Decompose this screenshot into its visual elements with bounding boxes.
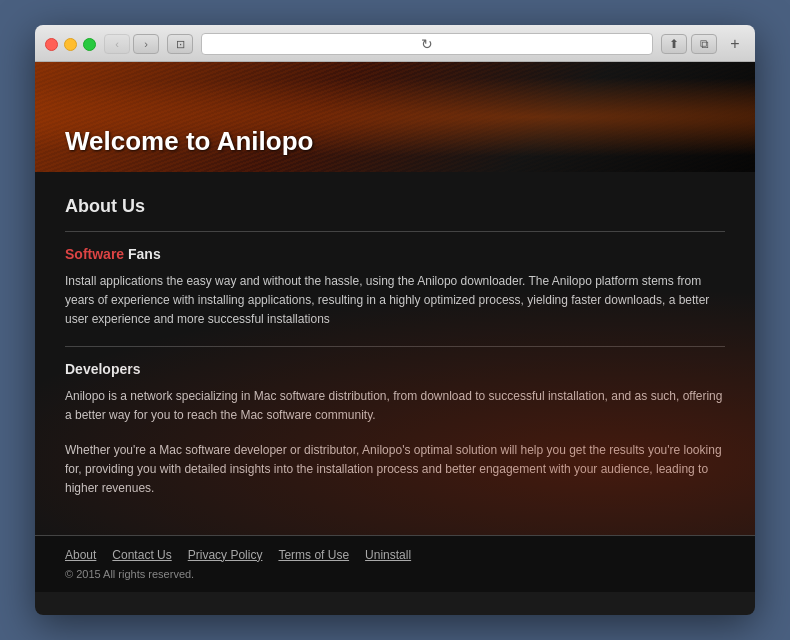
footer-link-uninstall[interactable]: Uninstall [365, 548, 411, 562]
forward-icon: › [144, 38, 148, 50]
footer-links: About Contact Us Privacy Policy Terms of… [65, 548, 725, 562]
hero-title: Welcome to Anilopo [65, 126, 313, 157]
browser-window: ‹ › ⊡ ↻ ⬆ ⧉ + Welcome to Anilopo [35, 25, 755, 615]
footer-link-terms[interactable]: Terms of Use [278, 548, 349, 562]
browser-content[interactable]: Welcome to Anilopo About Us Software Fan… [35, 62, 755, 615]
address-bar[interactable]: ↻ [201, 33, 653, 55]
fullscreen-icon: ⧉ [700, 37, 709, 51]
back-button[interactable]: ‹ [104, 34, 130, 54]
software-fans-heading: Software Fans [65, 246, 725, 262]
maximize-button[interactable] [83, 38, 96, 51]
divider-1 [65, 231, 725, 232]
tab-button[interactable]: ⊡ [167, 34, 193, 54]
forward-button[interactable]: › [133, 34, 159, 54]
browser-actions: ⬆ ⧉ [661, 34, 717, 54]
about-us-heading: About Us [65, 196, 725, 217]
tab-icon: ⊡ [176, 38, 185, 51]
browser-chrome: ‹ › ⊡ ↻ ⬆ ⧉ + [35, 25, 755, 62]
developers-body-1: Anilopo is a network specializing in Mac… [65, 387, 725, 425]
footer-link-contact[interactable]: Contact Us [112, 548, 171, 562]
software-fans-body: Install applications the easy way and wi… [65, 272, 725, 330]
nav-buttons: ‹ › [104, 34, 159, 54]
footer-copyright: © 2015 All rights reserved. [65, 568, 725, 580]
main-content: About Us Software Fans Install applicati… [35, 172, 755, 535]
hero-section: Welcome to Anilopo [35, 62, 755, 172]
minimize-button[interactable] [64, 38, 77, 51]
traffic-lights [45, 38, 96, 51]
footer-link-about[interactable]: About [65, 548, 96, 562]
share-icon: ⬆ [669, 37, 679, 51]
developers-body-2: Whether you're a Mac software developer … [65, 441, 725, 499]
fans-text: Fans [124, 246, 161, 262]
footer-link-privacy[interactable]: Privacy Policy [188, 548, 263, 562]
developers-section: Developers Anilopo is a network speciali… [65, 361, 725, 499]
reload-button[interactable]: ↻ [417, 34, 437, 54]
fullscreen-button[interactable]: ⧉ [691, 34, 717, 54]
footer: About Contact Us Privacy Policy Terms of… [35, 535, 755, 592]
new-tab-button[interactable]: + [725, 34, 745, 54]
back-icon: ‹ [115, 38, 119, 50]
share-button[interactable]: ⬆ [661, 34, 687, 54]
software-highlight: Software [65, 246, 124, 262]
developers-heading: Developers [65, 361, 725, 377]
divider-2 [65, 346, 725, 347]
close-button[interactable] [45, 38, 58, 51]
